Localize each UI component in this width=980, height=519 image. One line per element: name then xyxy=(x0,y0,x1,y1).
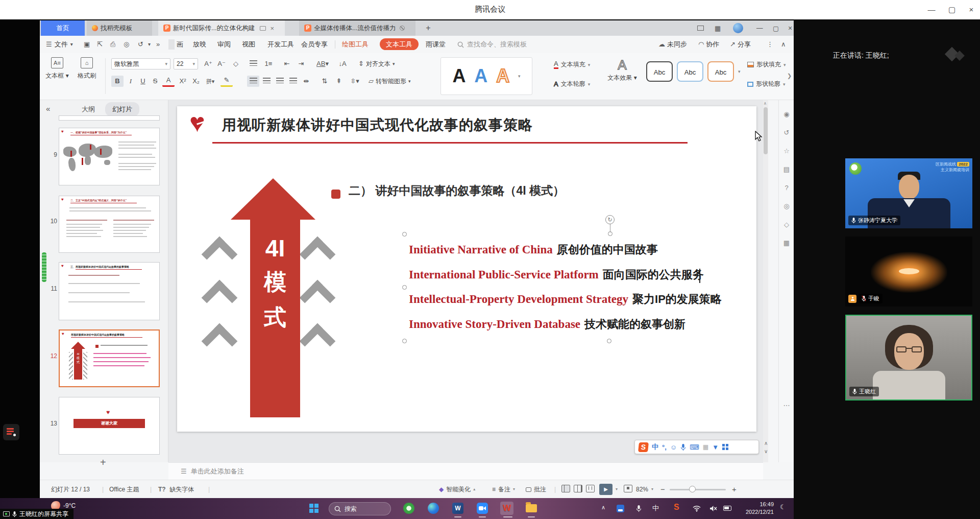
video-tile-1[interactable]: 区新闻战线 2022 主义新闻观培训 张静涛宁夏大学 xyxy=(845,158,972,228)
notes-bar[interactable]: ☰ 单击此处添加备注 xyxy=(168,462,763,480)
ai-assistant-icon[interactable]: ◉ xyxy=(782,110,791,118)
selection-handle[interactable] xyxy=(402,285,407,290)
slide-thumbnail-12-selected[interactable]: ♥ 用视听新媒体讲好中国式现代化故事的叙事策略 4I模式 xyxy=(59,329,160,387)
maximize-button[interactable]: ▢ xyxy=(945,4,959,15)
collapse-ribbon-icon[interactable]: ∧ xyxy=(781,36,786,53)
increase-indent-icon[interactable]: ⇥ xyxy=(295,58,307,69)
slide-thumbnail-partial[interactable] xyxy=(59,115,160,121)
save-icon[interactable]: ▣ xyxy=(84,36,90,53)
shape-outline-button[interactable]: 形状轮廓▾ xyxy=(747,80,786,88)
video-tile-3-speaking[interactable]: 王晓红 xyxy=(845,315,972,400)
share-button[interactable]: ↗ 分享 xyxy=(730,36,751,53)
notification-moon-icon[interactable]: ☾ xyxy=(780,503,786,511)
tab-home[interactable]: 首页 xyxy=(41,20,85,36)
tray-app-icon[interactable] xyxy=(614,502,627,515)
format-painter-button[interactable]: ⌂ 格式刷 xyxy=(74,57,100,80)
collapse-panel-icon[interactable]: « xyxy=(46,104,50,113)
tab-document-active[interactable]: P 新时代国际传...的立体化构建 × xyxy=(158,20,285,36)
edge-browser-icon[interactable] xyxy=(427,502,440,515)
to-smartart-button[interactable]: ▱ 转智能图形▾ xyxy=(366,76,423,87)
export-icon[interactable]: ⇱ xyxy=(97,36,103,53)
start-button[interactable] xyxy=(307,502,321,515)
new-slide-button[interactable]: + xyxy=(100,457,106,468)
collaborate-button[interactable]: ◠ 协作 xyxy=(698,36,719,53)
zoom-slider-track[interactable] xyxy=(670,489,726,490)
contacts-icon[interactable]: ◎ xyxy=(782,202,791,210)
selection-handle[interactable] xyxy=(607,339,611,343)
text-effect-button[interactable]: A 文本效果 ▾ xyxy=(606,57,638,82)
strikethrough-icon[interactable]: S xyxy=(149,76,161,87)
zoom-out-button[interactable]: − xyxy=(660,480,665,499)
word-icon[interactable]: W xyxy=(451,502,464,515)
zoom-slider-knob[interactable] xyxy=(689,486,696,492)
zoom-options-icon[interactable]: ▾ xyxy=(651,480,653,499)
section-heading[interactable]: 二） 讲好中国故事的叙事策略（4I 模式） xyxy=(349,183,565,199)
undo-dropdown-icon[interactable]: ▾ xyxy=(148,36,151,53)
wordart-style-orange[interactable]: A xyxy=(496,65,509,87)
ime-skin-icon[interactable]: ▼ xyxy=(712,443,719,451)
selection-handle[interactable] xyxy=(402,339,407,343)
sogou-tray-icon[interactable]: S xyxy=(674,503,679,512)
shape-style-black[interactable]: Abc xyxy=(646,61,673,82)
shape-style-blue[interactable]: Abc xyxy=(677,61,703,82)
item-line-3[interactable]: Intellectual-Property Development Strate… xyxy=(409,292,722,307)
ime-emoji-icon[interactable]: ☺ xyxy=(670,443,677,451)
tab-close-icon[interactable]: × xyxy=(270,25,274,32)
decrease-indent-icon[interactable]: ⇤ xyxy=(281,58,293,69)
help-icon[interactable]: ? xyxy=(782,184,791,192)
slide-thumbnail-11[interactable]: ♥ 三、用视听新媒体讲好中国式现代化故事的叙事策略 xyxy=(59,262,160,320)
menu-slideshow[interactable]: 放映 xyxy=(193,36,206,53)
sogou-ime-bar[interactable]: S 中 °, ☺ ⌨ ▦ ▼ xyxy=(634,440,759,454)
increase-font-icon[interactable]: A⁺ xyxy=(202,58,214,69)
fit-screen-icon[interactable] xyxy=(624,485,632,492)
notes-button[interactable]: ≡ 备注 ▾ xyxy=(492,480,515,499)
file-explorer-icon[interactable] xyxy=(525,502,538,515)
next-slide-button[interactable]: ∨ xyxy=(764,449,768,454)
user-avatar[interactable] xyxy=(728,20,748,36)
print-icon[interactable]: ⎙ xyxy=(110,36,115,53)
font-name-select[interactable]: 微软雅黑▾ xyxy=(111,58,170,69)
menu-view[interactable]: 视图 xyxy=(242,36,255,53)
bold-icon[interactable]: B xyxy=(111,76,124,87)
sync-status[interactable]: ☁ 未同步 xyxy=(658,36,687,53)
text-fill-button[interactable]: A 文本填充▾ xyxy=(554,60,590,69)
slide-thumbnail-10[interactable]: ♥ 二、立足“中国式现代化”特点涵义，回答“讲什么” xyxy=(59,196,160,253)
text-direction-icon[interactable]: ↓A xyxy=(335,58,350,69)
panel-scrollbar-thumb[interactable] xyxy=(42,252,46,282)
align-text-menu[interactable]: ⇕ 对齐文本▾ xyxy=(356,58,405,69)
arrow-head[interactable] xyxy=(231,178,315,220)
superscript-icon[interactable]: X² xyxy=(177,76,189,87)
previous-slide-button[interactable]: ∧ xyxy=(764,440,768,446)
taskbar-clock[interactable]: 16:49 2022/12/21 xyxy=(738,501,774,516)
favorites-icon[interactable]: ☆ xyxy=(782,147,791,155)
menu-member[interactable]: 会员专享 xyxy=(301,36,328,53)
wps-maximize-button[interactable]: ▢ xyxy=(768,20,784,36)
tab-document-2[interactable]: P 全媒体传播体...流价值传播力 xyxy=(299,20,415,36)
slide-title[interactable]: 用视听新媒体讲好中国式现代化故事的叙事策略 xyxy=(222,115,533,135)
menu-animation-partial[interactable]: 画 xyxy=(177,36,183,53)
command-search[interactable]: 查找命令、搜索模板 xyxy=(457,36,527,53)
item-line-1[interactable]: Initiative Narrative of China原创价值的中国故事 xyxy=(409,242,658,257)
wps-minimize-button[interactable]: — xyxy=(751,20,768,36)
justify-icon[interactable] xyxy=(287,76,299,87)
align-left-icon[interactable] xyxy=(247,76,259,87)
ime-grid-icon[interactable] xyxy=(722,444,728,450)
italic-icon[interactable]: I xyxy=(125,76,137,87)
zoom-in-button[interactable]: + xyxy=(732,480,737,499)
tray-mic-icon[interactable] xyxy=(632,502,645,515)
wordart-style-blue[interactable]: A xyxy=(474,65,487,87)
character-spacing-icon[interactable]: AB▾ xyxy=(314,58,331,69)
clear-format-icon[interactable]: ◇ xyxy=(230,58,242,69)
battery-icon[interactable] xyxy=(721,502,734,515)
roaming-icon[interactable]: ↺ xyxy=(782,129,791,136)
align-center-icon[interactable] xyxy=(260,76,273,87)
missing-font-label[interactable]: 缺失字体 xyxy=(169,480,194,499)
video-tile-2[interactable]: 于睃 xyxy=(845,237,972,306)
menu-draw-tools[interactable]: 绘图工具 xyxy=(342,36,369,53)
clipboard-icon[interactable]: ▤ xyxy=(782,166,791,173)
ime-punct-icon[interactable]: °, xyxy=(662,443,667,451)
rotate-handle[interactable]: ↻ xyxy=(605,215,615,224)
grid-view-icon[interactable] xyxy=(574,485,582,492)
zoom-level[interactable]: 82% xyxy=(636,480,648,499)
more-options-icon[interactable]: ⋮ xyxy=(767,36,773,53)
